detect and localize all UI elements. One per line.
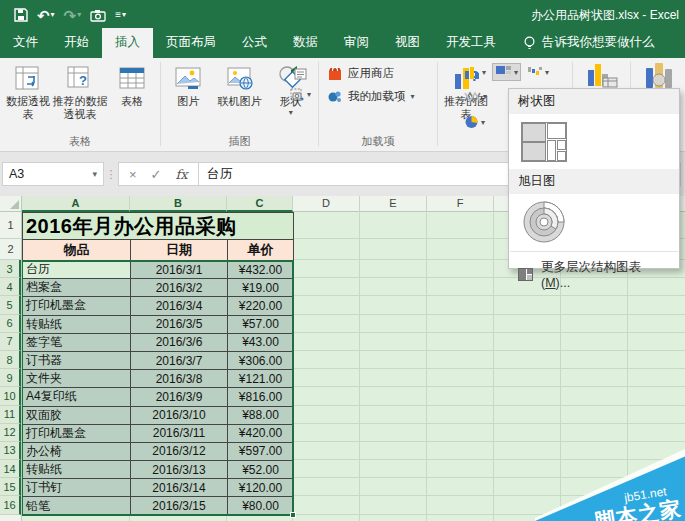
table-cell[interactable]: ¥597.00 — [228, 443, 294, 461]
table-cell[interactable]: ¥57.00 — [228, 316, 294, 334]
table-cell[interactable]: 双面胶 — [23, 407, 131, 425]
table-cell[interactable]: 打印机墨盒 — [23, 297, 131, 315]
tab-7[interactable]: 审阅 — [331, 28, 382, 58]
table-cell[interactable]: 2016/3/7 — [131, 352, 228, 370]
column-header-A[interactable]: A — [22, 196, 130, 212]
namebox-dropdown-arrow[interactable]: ▾ — [92, 169, 97, 179]
tab-8[interactable]: 视图 — [382, 28, 433, 58]
table-cell[interactable]: 办公椅 — [23, 443, 131, 461]
column-header-C[interactable]: C — [227, 196, 293, 212]
table-cell[interactable]: 2016/3/15 — [131, 497, 228, 515]
row-header-7[interactable]: 7 — [0, 333, 21, 351]
store-button[interactable]: 应用商店 — [327, 66, 429, 81]
row-header-9[interactable]: 9 — [0, 369, 21, 387]
waterfall-chart-button[interactable]: ▾ — [525, 63, 551, 81]
active-cell[interactable]: 台历 — [23, 261, 131, 279]
table-cell[interactable]: ¥43.00 — [228, 334, 294, 352]
table-cell[interactable]: 转贴纸 — [23, 316, 131, 334]
smartart-button[interactable] — [288, 64, 313, 81]
table-cell[interactable]: 2016/3/6 — [131, 334, 228, 352]
table-cell[interactable]: ¥120.00 — [228, 479, 294, 497]
table-cell[interactable]: 2016/3/1 — [131, 261, 228, 279]
table-cell[interactable]: 2016/3/8 — [131, 370, 228, 388]
redo-icon[interactable]: ↷▾ — [64, 8, 82, 23]
table-cell[interactable]: 订书钉 — [23, 479, 131, 497]
header-cell-date[interactable]: 日期 — [131, 240, 228, 261]
table-cell[interactable]: ¥220.00 — [228, 297, 294, 315]
confirm-entry-icon[interactable]: ✓ — [151, 167, 162, 182]
customize-qat-icon[interactable]: ≡▾ — [115, 10, 126, 20]
tab-1[interactable]: 文件 — [0, 28, 51, 58]
select-all-corner[interactable] — [0, 196, 22, 212]
table-cell[interactable]: ¥432.00 — [228, 261, 294, 279]
shapes-dropdown-arrow[interactable]: ▾ — [289, 108, 293, 117]
table-cell[interactable]: ¥80.00 — [228, 497, 294, 515]
table-cell[interactable]: ¥19.00 — [228, 279, 294, 297]
tab-3[interactable]: 插入 — [102, 28, 153, 58]
tab-6[interactable]: 数据 — [280, 28, 331, 58]
table-cell[interactable]: A4复印纸 — [23, 388, 131, 406]
table-cell[interactable]: 签字笔 — [23, 334, 131, 352]
row-header-15[interactable]: 15 — [0, 478, 21, 496]
table-cell[interactable]: ¥816.00 — [228, 388, 294, 406]
table-cell[interactable]: 2016/3/5 — [131, 316, 228, 334]
cancel-entry-icon[interactable]: × — [129, 167, 137, 182]
column-header-F[interactable]: F — [427, 196, 494, 212]
treemap-option[interactable] — [509, 114, 679, 169]
pivottable-button[interactable]: 数据透视表 — [6, 62, 50, 121]
tab-2[interactable]: 开始 — [51, 28, 102, 58]
row-header-1[interactable]: 1 — [0, 212, 21, 239]
table-cell[interactable]: 订书器 — [23, 352, 131, 370]
table-title-cell[interactable]: 2016年月办公用品采购 — [23, 213, 294, 240]
recommended-pivottables-button[interactable]: ? 推荐的数据透视表 — [52, 62, 108, 121]
table-cell[interactable]: 2016/3/2 — [131, 279, 228, 297]
pictures-button[interactable]: 图片 — [167, 62, 210, 108]
column-header-D[interactable]: D — [293, 196, 360, 212]
screenshot-button[interactable]: ▾ — [288, 87, 313, 102]
table-cell[interactable]: 2016/3/4 — [131, 297, 228, 315]
table-cell[interactable]: 档案盒 — [23, 279, 131, 297]
tab-9[interactable]: 开发工具 — [433, 28, 509, 58]
camera-icon[interactable] — [90, 9, 106, 22]
header-cell-item[interactable]: 物品 — [23, 240, 131, 261]
row-header-3[interactable]: 3 — [0, 260, 21, 278]
more-hierarchy-charts-item[interactable]: 更多层次结构图表(M)... — [509, 254, 679, 295]
undo-icon[interactable]: ↶▾ — [37, 8, 55, 23]
row-header-12[interactable]: 12 — [0, 424, 21, 442]
table-cell[interactable]: 转贴纸 — [23, 461, 131, 479]
line-chart-button[interactable]: ▾ — [462, 89, 489, 104]
tab-5[interactable]: 公式 — [229, 28, 280, 58]
table-cell[interactable]: 2016/3/9 — [131, 388, 228, 406]
table-cell[interactable]: 2016/3/14 — [131, 479, 228, 497]
pie-chart-button[interactable]: ▾ — [462, 114, 487, 130]
table-cell[interactable]: ¥420.00 — [228, 425, 294, 443]
column-chart-button[interactable]: ▾ — [462, 63, 488, 81]
table-cell[interactable]: ¥121.00 — [228, 370, 294, 388]
table-cell[interactable]: 打印机墨盒 — [23, 425, 131, 443]
table-cell[interactable]: 2016/3/12 — [131, 443, 228, 461]
row-header-11[interactable]: 11 — [0, 406, 21, 424]
row-header-4[interactable]: 4 — [0, 278, 21, 296]
row-header-8[interactable]: 8 — [0, 351, 21, 369]
table-cell[interactable]: 文件夹 — [23, 370, 131, 388]
save-icon[interactable] — [14, 8, 28, 22]
table-cell[interactable]: ¥52.00 — [228, 461, 294, 479]
table-cell[interactable]: 2016/3/11 — [131, 425, 228, 443]
row-header-6[interactable]: 6 — [0, 315, 21, 333]
table-cell[interactable]: 铅笔 — [23, 497, 131, 515]
row-header-5[interactable]: 5 — [0, 296, 21, 314]
row-header-14[interactable]: 14 — [0, 460, 21, 478]
table-cell[interactable]: 2016/3/13 — [131, 461, 228, 479]
table-cell[interactable]: ¥88.00 — [228, 407, 294, 425]
header-cell-price[interactable]: 单价 — [228, 240, 294, 261]
name-box[interactable]: A3 ▾ — [2, 162, 104, 186]
row-header-10[interactable]: 10 — [0, 387, 21, 405]
table-cell[interactable]: ¥306.00 — [228, 352, 294, 370]
sunburst-option[interactable] — [509, 194, 679, 249]
row-header-2[interactable]: 2 — [0, 239, 21, 260]
tab-4[interactable]: 页面布局 — [153, 28, 229, 58]
my-addins-button[interactable]: 我的加载项 ▾ — [327, 89, 429, 104]
table-button[interactable]: 表格 — [110, 62, 154, 108]
row-header-16[interactable]: 16 — [0, 496, 21, 514]
online-pictures-button[interactable]: 联机图片 — [212, 62, 268, 108]
